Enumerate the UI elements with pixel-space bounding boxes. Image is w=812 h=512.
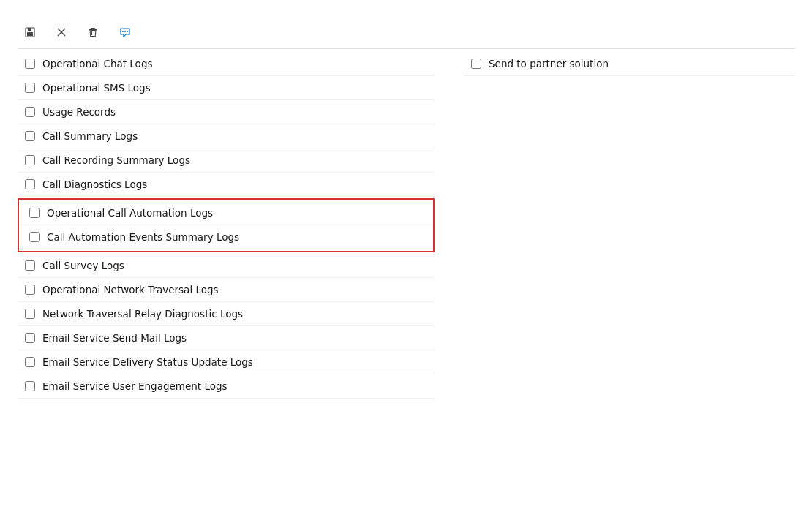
list-item: Call Summary Logs: [18, 124, 435, 148]
discard-icon: [56, 27, 67, 37]
checkbox-operational-network-traversal-logs[interactable]: [25, 285, 35, 295]
label-call-recording-summary-logs[interactable]: Call Recording Summary Logs: [42, 154, 190, 166]
checkbox-email-service-user-engagement-logs[interactable]: [25, 381, 35, 391]
list-item: Operational SMS Logs: [18, 76, 435, 100]
checkbox-call-recording-summary-logs[interactable]: [25, 155, 35, 165]
checkbox-operational-call-automation-logs[interactable]: [29, 208, 40, 218]
content-area: Operational Chat Logs Operational SMS Lo…: [18, 49, 794, 502]
checkbox-call-summary-logs[interactable]: [25, 131, 35, 141]
label-call-automation-events-summary-logs[interactable]: Call Automation Events Summary Logs: [47, 231, 239, 243]
checkbox-call-survey-logs[interactable]: [25, 260, 35, 271]
list-item: Operational Call Automation Logs: [19, 201, 433, 225]
left-items-bottom: Call Survey Logs Operational Network Tra…: [18, 254, 435, 399]
list-item: Call Survey Logs: [18, 254, 435, 278]
svg-rect-1: [28, 28, 31, 31]
list-item: Email Service Delivery Status Update Log…: [18, 350, 435, 374]
checkbox-usage-records[interactable]: [25, 107, 35, 117]
label-email-service-send-mail-logs[interactable]: Email Service Send Mail Logs: [42, 332, 187, 344]
label-call-summary-logs[interactable]: Call Summary Logs: [42, 130, 138, 142]
checkbox-email-service-send-mail-logs[interactable]: [25, 333, 35, 343]
checkbox-call-automation-events-summary-logs[interactable]: [29, 232, 40, 242]
list-item: Send to partner solution: [464, 52, 794, 76]
checkbox-operational-sms-logs[interactable]: [25, 83, 35, 93]
checkbox-email-service-delivery-status-update-logs[interactable]: [25, 357, 35, 367]
list-item: Email Service Send Mail Logs: [18, 326, 435, 350]
toolbar: [18, 23, 794, 49]
save-button[interactable]: [18, 23, 46, 41]
highlighted-section: Operational Call Automation Logs Call Au…: [18, 198, 435, 252]
right-items: Send to partner solution: [464, 52, 794, 76]
feedback-button[interactable]: [112, 23, 142, 41]
feedback-icon: [119, 27, 131, 37]
checkbox-call-diagnostics-logs[interactable]: [25, 179, 35, 189]
svg-rect-6: [91, 28, 95, 29]
label-email-service-delivery-status-update-logs[interactable]: Email Service Delivery Status Update Log…: [42, 356, 253, 368]
label-call-diagnostics-logs[interactable]: Call Diagnostics Logs: [42, 178, 147, 190]
list-item: Call Automation Events Summary Logs: [19, 225, 433, 249]
delete-button[interactable]: [80, 23, 109, 41]
list-item: Operational Network Traversal Logs: [18, 278, 435, 302]
svg-point-11: [127, 31, 128, 32]
svg-rect-2: [27, 32, 33, 36]
highlighted-items: Operational Call Automation Logs Call Au…: [19, 201, 433, 249]
save-icon: [25, 27, 35, 37]
right-panel: Send to partner solution: [442, 49, 794, 502]
list-item: Network Traversal Relay Diagnostic Logs: [18, 302, 435, 326]
left-panel: Operational Chat Logs Operational SMS Lo…: [18, 49, 442, 502]
discard-button[interactable]: [49, 23, 78, 41]
label-network-traversal-relay-diagnostic-logs[interactable]: Network Traversal Relay Diagnostic Logs: [42, 308, 243, 320]
label-usage-records[interactable]: Usage Records: [42, 106, 116, 118]
list-item: Email Service User Engagement Logs: [18, 374, 435, 399]
svg-point-9: [122, 31, 124, 32]
checkbox-operational-chat-logs[interactable]: [25, 59, 35, 69]
label-operational-call-automation-logs[interactable]: Operational Call Automation Logs: [47, 207, 213, 219]
label-operational-network-traversal-logs[interactable]: Operational Network Traversal Logs: [42, 284, 219, 295]
delete-icon: [88, 27, 98, 37]
list-item: Call Recording Summary Logs: [18, 148, 435, 173]
list-item: Call Diagnostics Logs: [18, 173, 435, 197]
list-item: Usage Records: [18, 100, 435, 124]
left-items-top: Operational Chat Logs Operational SMS Lo…: [18, 52, 435, 197]
label-call-survey-logs[interactable]: Call Survey Logs: [42, 260, 124, 271]
label-operational-sms-logs[interactable]: Operational SMS Logs: [42, 82, 151, 94]
svg-point-10: [124, 31, 126, 32]
checkbox-send-to-partner-solution[interactable]: [471, 59, 481, 69]
label-email-service-user-engagement-logs[interactable]: Email Service User Engagement Logs: [42, 380, 228, 392]
list-item: Operational Chat Logs: [18, 52, 435, 76]
checkbox-network-traversal-relay-diagnostic-logs[interactable]: [25, 309, 35, 319]
label-operational-chat-logs[interactable]: Operational Chat Logs: [42, 58, 152, 69]
label-send-to-partner-solution[interactable]: Send to partner solution: [489, 58, 609, 69]
